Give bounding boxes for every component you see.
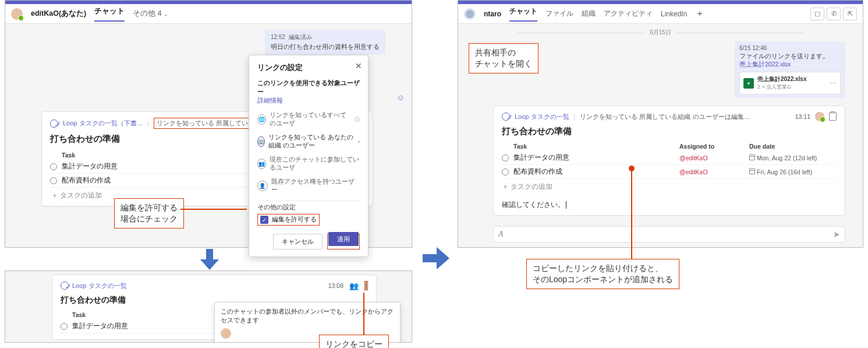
annotation-connector [180, 209, 247, 210]
loop-title-link[interactable]: Loop タスクの一覧（下書… [63, 119, 143, 128]
compose-box[interactable]: A ➤ [493, 226, 845, 242]
loop-icon [50, 119, 58, 128]
globe-icon: 🌐 [257, 114, 266, 125]
file-path: 2 > 法人営業G [757, 83, 807, 91]
opt-existing-access[interactable]: 👤既存アクセス権を持つユーザー [257, 175, 360, 197]
allow-edit-row[interactable]: ✓ 編集を許可する [260, 216, 317, 224]
tab-others[interactable]: その他 4 ⌄ [133, 9, 168, 19]
task-checkbox[interactable] [61, 323, 68, 330]
tab-files[interactable]: ファイル [545, 9, 573, 19]
avatar-editkao [11, 8, 23, 20]
info-icon[interactable]: ⓘ [355, 116, 360, 124]
loop-card-header: Loop タスクの一覧 13:08 👥 [61, 281, 368, 290]
task-name: 集計データの用意 [513, 153, 679, 162]
add-tab-button[interactable]: ＋ [695, 8, 704, 20]
divider [257, 201, 360, 201]
reaction-smile-icon[interactable]: ☺ [396, 93, 405, 102]
people-icon: 👥 [257, 159, 266, 169]
loop-header-right: 13:11 [795, 112, 837, 121]
tab-org[interactable]: 組織 [582, 9, 596, 19]
loop-heading: 打ち合わせの準備 [502, 126, 837, 137]
annotation-connector [631, 169, 632, 259]
apply-highlight: 適用 [327, 234, 360, 249]
teams-window-bottom-left: Loop タスクの一覧 13:08 👥 打ち合わせの準備 Task 集計データの… [5, 270, 412, 343]
org-icon: 🏢 [257, 136, 265, 147]
task-checkbox[interactable] [502, 168, 509, 175]
share-screen-icon[interactable]: ⇱ [843, 8, 857, 20]
format-icon[interactable]: A [498, 230, 504, 239]
message-text: 明日の打ち合わせ用の資料を用意する [271, 43, 380, 51]
chat-header-tabs: editKaO(あなた) チャット その他 4 ⌄ [5, 4, 412, 24]
popup-buttons: キャンセル 適用 [257, 234, 360, 249]
tab-activity[interactable]: アクティビティ [604, 9, 653, 19]
arrow-right-icon [421, 245, 451, 272]
excel-icon: x [743, 78, 754, 89]
task-row[interactable]: 集計データの用意 @editKaO Mon, Aug 22 (12d left) [502, 151, 837, 165]
task-name: 配布資料の作成 [513, 167, 679, 176]
task-checkbox[interactable] [50, 163, 57, 170]
text-caret [566, 201, 566, 209]
loop-component-card: Loop タスクの一覧 | リンクを知っている 所属している組織 のユーザーは編… [493, 106, 845, 216]
calendar-icon [749, 168, 755, 174]
task-assignee[interactable]: @editKaO [679, 168, 749, 175]
cancel-button[interactable]: キャンセル [273, 234, 323, 249]
arrow-down-icon [198, 248, 221, 271]
people-icon[interactable]: 👥 [349, 282, 359, 290]
chat-contact-name: editKaO(あなた) [31, 9, 86, 19]
tab-chat[interactable]: チャット [94, 6, 125, 22]
tab-chat[interactable]: チャット [509, 6, 537, 22]
opt-chat-members[interactable]: 👥現在このチャットに参加しているユーザ [257, 153, 360, 175]
header-actions: ▢ ✆ ⇱ [810, 8, 857, 20]
loop-permission-text[interactable]: リンクを知っている 所属している組織 のユーザーは編集… [580, 113, 750, 121]
message-meta: 6/15 12:46 [739, 45, 841, 51]
delete-icon[interactable] [829, 113, 837, 121]
video-call-icon[interactable]: ▢ [810, 8, 824, 20]
task-table-header: Task Assigned to Due date [502, 142, 837, 151]
copy-link-highlight [364, 281, 368, 290]
task-assignee[interactable]: @editKaO [679, 154, 749, 161]
audio-call-icon[interactable]: ✆ [827, 8, 841, 20]
send-icon[interactable]: ➤ [833, 230, 840, 239]
opt-anyone[interactable]: 🌐リンクを知っているすべてのユーザⓘ [257, 108, 360, 131]
avatar-icon [221, 328, 231, 339]
outgoing-message: 6/15 12:46 ファイルのリンクを送ります。 売上集計2022.xlsx … [735, 41, 845, 98]
task-row[interactable]: 配布資料の作成 @editKaO Fri, Aug 26 (16d left) [502, 165, 837, 179]
annotation-paste-link: コピーしたリンクを貼り付けると、 そのLoopコンポーネントが追加される [526, 259, 679, 289]
message-meta: 12:52 編集済み [271, 33, 380, 41]
allow-edit-checkbox[interactable]: ✓ [260, 216, 268, 224]
loop-title-link[interactable]: Loop タスクの一覧 [72, 282, 127, 290]
more-icon[interactable]: ⋯ [830, 80, 837, 87]
task-checkbox[interactable] [502, 154, 509, 161]
loop-text-content[interactable]: 確認してください。 [502, 201, 837, 209]
chat-header-tabs: ntaro チャット ファイル 組織 アクティビティ LinkedIn ＋ ▢ … [458, 4, 863, 24]
task-due: Mon, Aug 22 (12d left) [749, 154, 837, 161]
task-due: Fri, Aug 26 (16d left) [749, 168, 837, 175]
task-checkbox[interactable] [50, 177, 57, 184]
loop-icon [61, 282, 69, 290]
annotation-connector [363, 293, 364, 335]
chat-body: 12:52 編集済み 明日の打ち合わせ用の資料を用意する ☺ Loop タスクの… [5, 24, 412, 247]
tooltip-text: このチャットの参加者以外のメンバーでも、リンクからアクセスできます [221, 307, 394, 325]
file-attachment[interactable]: x 売上集計2022.xlsx 2 > 法人営業G ⋯ [739, 72, 841, 94]
annotation-open-chat: 共有相手の チャットを開く [469, 43, 538, 73]
copy-link-icon[interactable] [366, 282, 367, 290]
opt-org[interactable]: 🏢リンクを知っている あなたの組織 のユーザー› [257, 131, 360, 153]
close-icon[interactable]: ✕ [355, 61, 362, 71]
link-settings-popup: ✕ リンクの設定 このリンクを使用できる対象ユーザー 詳細情報 🌐リンクを知って… [249, 55, 369, 257]
loop-timestamp: 13:11 [795, 113, 810, 120]
chevron-down-icon: ⌄ [164, 11, 168, 17]
file-name: 売上集計2022.xlsx [757, 75, 807, 83]
avatar-icon [815, 112, 824, 121]
loop-title-link[interactable]: Loop タスクの一覧 [515, 113, 569, 121]
tab-linkedin[interactable]: LinkedIn [661, 10, 687, 18]
other-settings-heading: その他の設定 [257, 203, 360, 212]
add-task-button[interactable]: ＋ タスクの追加 [502, 179, 837, 195]
message-text: ファイルのリンクを送ります。 [739, 52, 841, 61]
loop-icon [502, 113, 510, 121]
annotation-copy-link: リンクをコピー [319, 335, 389, 348]
apply-button[interactable]: 適用 [328, 232, 359, 246]
incoming-message: 12:52 編集済み 明日の打ち合わせ用の資料を用意する [265, 30, 385, 55]
file-link[interactable]: 売上集計2022.xlsx [739, 61, 841, 69]
more-info-link[interactable]: 詳細情報 [257, 97, 360, 105]
loop-timestamp: 13:08 [328, 282, 343, 289]
